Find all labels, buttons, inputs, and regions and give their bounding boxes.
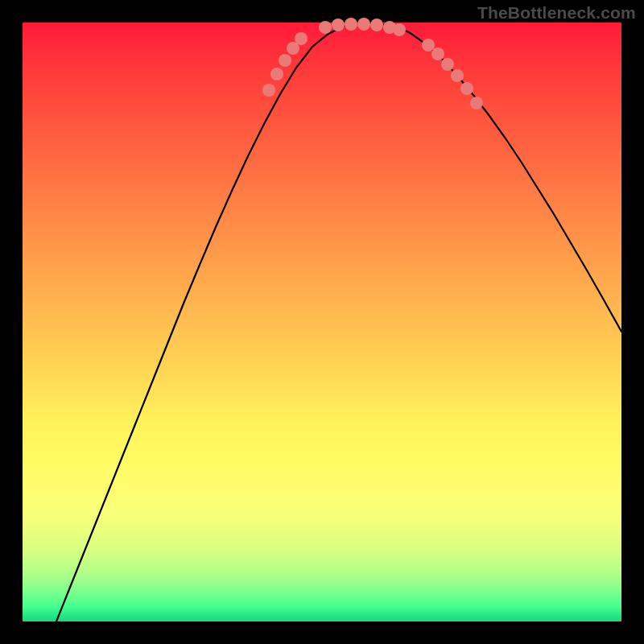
watermark-text: TheBottleneck.com <box>477 3 636 23</box>
highlight-point <box>451 69 464 82</box>
highlight-point <box>422 39 435 52</box>
highlight-point <box>431 47 444 60</box>
bottleneck-curve <box>56 23 621 621</box>
curve-layer <box>56 23 621 621</box>
highlight-point <box>295 32 308 45</box>
marker-layer <box>262 18 483 109</box>
highlight-point <box>345 18 357 31</box>
chart-frame: TheBottleneck.com <box>0 0 644 644</box>
highlight-point <box>470 97 483 109</box>
chart-plot-area <box>23 23 621 621</box>
highlight-point <box>393 23 406 36</box>
highlight-point <box>279 54 291 67</box>
highlight-point <box>319 21 332 34</box>
chart-svg <box>23 23 621 621</box>
highlight-point <box>270 68 283 80</box>
highlight-point <box>441 58 454 71</box>
highlight-point <box>357 18 370 31</box>
highlight-point <box>262 84 275 97</box>
highlight-point <box>332 19 345 31</box>
highlight-point <box>370 19 383 31</box>
highlight-point <box>460 82 473 95</box>
